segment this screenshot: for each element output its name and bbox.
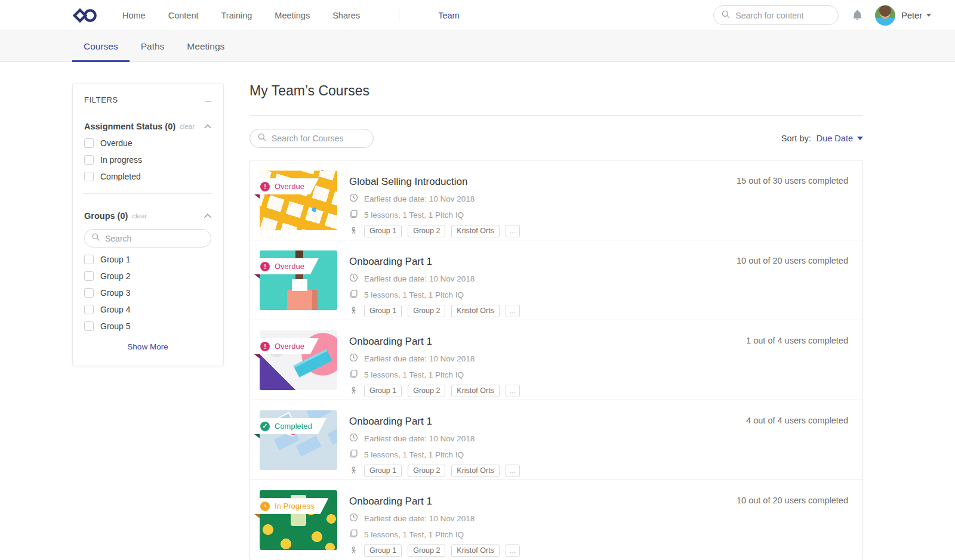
group-tag[interactable]: Group 1 <box>364 305 402 317</box>
nav-item-home[interactable]: Home <box>122 11 146 20</box>
course-title[interactable]: Onboarding Part 1 <box>349 336 520 348</box>
course-row[interactable]: ✓ Completed Onboarding Part 1 Earliest d… <box>250 400 862 480</box>
page-body: FILTERS – Assignment Status (0) clear Ov… <box>0 62 955 560</box>
assignee-tag[interactable]: Kristof Orts <box>451 385 500 397</box>
lessons-summary: 5 lessons, 1 Test, 1 Pitch IQ <box>364 530 464 539</box>
status-badge: ! Overdue <box>254 178 319 194</box>
group-tag[interactable]: Group 1 <box>364 225 402 237</box>
checkbox-group-3[interactable] <box>84 288 94 298</box>
course-thumbnail[interactable]: In Progress <box>260 490 337 550</box>
filter-option-in-progress[interactable]: In progress <box>84 155 211 165</box>
user-menu[interactable]: Peter <box>901 11 931 20</box>
more-tags[interactable]: ... <box>506 385 520 397</box>
checkbox-group-5[interactable] <box>84 321 94 331</box>
more-tags[interactable]: ... <box>506 465 520 477</box>
tab-paths[interactable]: Paths <box>130 31 176 61</box>
main-content: My Team’s Courses Sort by: Due Date <box>249 83 863 560</box>
course-row[interactable]: In Progress Onboarding Part 1 Earliest d… <box>250 480 862 560</box>
badge-fold <box>254 434 260 438</box>
badge-fold <box>254 514 260 518</box>
checkbox-group-2[interactable] <box>84 271 94 281</box>
groups-section: Groups (0) clear Group 1 Group 2 <box>84 211 211 351</box>
course-row[interactable]: ! Overdue Onboarding Part 1 Earliest due… <box>250 320 862 400</box>
brand-logo-icon[interactable] <box>72 7 97 24</box>
user-avatar[interactable] <box>875 5 895 26</box>
checkbox-overdue[interactable] <box>84 138 94 148</box>
filter-option-group-5[interactable]: Group 5 <box>84 321 211 331</box>
tab-courses[interactable]: Courses <box>72 31 130 61</box>
checkbox-label: Group 4 <box>100 305 131 314</box>
group-tag[interactable]: Group 1 <box>364 544 402 557</box>
completion-status: 4 out of 4 users completed <box>746 416 848 425</box>
checkbox-label: Group 2 <box>100 271 131 281</box>
more-tags[interactable]: ... <box>506 225 520 237</box>
more-tags[interactable]: ... <box>506 544 520 557</box>
tab-meetings[interactable]: Meetings <box>175 31 236 61</box>
assignees-icon <box>349 466 358 477</box>
chevron-up-icon[interactable] <box>204 124 211 129</box>
chevron-up-icon[interactable] <box>204 214 211 218</box>
more-tags[interactable]: ... <box>506 305 520 317</box>
sort-by-label: Sort by: <box>781 134 811 143</box>
nav-item-training[interactable]: Training <box>221 11 252 20</box>
checkbox-in-progress[interactable] <box>84 155 94 165</box>
filter-option-group-4[interactable]: Group 4 <box>84 305 211 314</box>
show-more-link[interactable]: Show More <box>84 342 211 351</box>
course-thumbnail[interactable]: ! Overdue <box>260 330 337 390</box>
course-thumbnail[interactable]: ✓ Completed <box>260 410 337 470</box>
top-nav: Home Content Training Meetings Shares Te… <box>0 0 955 31</box>
group-tag[interactable]: Group 1 <box>364 465 402 477</box>
filter-option-group-3[interactable]: Group 3 <box>84 288 211 298</box>
nav-item-content[interactable]: Content <box>168 11 199 20</box>
lessons-icon <box>349 529 358 540</box>
lessons-icon <box>349 209 358 220</box>
filter-option-completed[interactable]: Completed <box>84 172 211 181</box>
group-tag[interactable]: Group 2 <box>408 385 445 397</box>
badge-fold <box>254 354 260 358</box>
in-progress-clock-icon <box>260 502 270 511</box>
assignee-tag[interactable]: Kristof Orts <box>451 225 500 237</box>
status-badge-label: In Progress <box>275 502 314 511</box>
collapse-filters-icon[interactable]: – <box>205 97 211 103</box>
nav-item-shares[interactable]: Shares <box>332 11 360 20</box>
chevron-down-icon <box>857 137 863 140</box>
course-row[interactable]: ! Overdue Global Selling Introduction Ea… <box>250 160 862 240</box>
sort-dropdown[interactable]: Due Date <box>817 134 863 143</box>
lessons-icon <box>349 449 358 460</box>
group-tag[interactable]: Group 2 <box>408 225 445 237</box>
group-tag[interactable]: Group 2 <box>408 465 445 477</box>
assignment-status-clear[interactable]: clear <box>180 123 195 130</box>
checkbox-group-4[interactable] <box>84 305 94 314</box>
checkbox-label: Group 1 <box>100 255 131 264</box>
group-tag[interactable]: Group 2 <box>408 544 445 557</box>
group-tag[interactable]: Group 1 <box>364 385 402 397</box>
filter-option-group-1[interactable]: Group 1 <box>84 255 211 264</box>
filter-option-group-2[interactable]: Group 2 <box>84 271 211 281</box>
checkbox-group-1[interactable] <box>84 255 94 264</box>
groups-search-input[interactable] <box>105 234 204 243</box>
global-search[interactable] <box>713 5 839 25</box>
status-badge-label: Overdue <box>275 182 304 191</box>
course-title[interactable]: Onboarding Part 1 <box>349 256 520 268</box>
assignee-tag[interactable]: Kristof Orts <box>451 465 500 477</box>
nav-item-meetings[interactable]: Meetings <box>275 11 310 20</box>
groups-clear[interactable]: clear <box>132 212 147 219</box>
course-row[interactable]: ! Overdue Onboarding Part 1 Earliest due… <box>250 240 862 320</box>
course-title[interactable]: Onboarding Part 1 <box>349 416 520 428</box>
groups-search[interactable] <box>84 229 211 247</box>
checkbox-completed[interactable] <box>84 172 94 181</box>
course-thumbnail[interactable]: ! Overdue <box>260 171 337 230</box>
filter-option-overdue[interactable]: Overdue <box>84 138 211 148</box>
course-search[interactable] <box>249 129 374 148</box>
nav-item-team[interactable]: Team <box>438 11 459 20</box>
global-search-input[interactable] <box>735 11 831 20</box>
assignee-tag[interactable]: Kristof Orts <box>451 544 500 557</box>
group-tag[interactable]: Group 2 <box>408 305 445 317</box>
search-icon <box>257 132 267 144</box>
course-title[interactable]: Onboarding Part 1 <box>349 496 520 508</box>
notification-bell-icon[interactable] <box>852 9 863 21</box>
assignee-tag[interactable]: Kristof Orts <box>451 305 500 317</box>
course-title[interactable]: Global Selling Introduction <box>349 176 520 188</box>
course-thumbnail[interactable]: ! Overdue <box>260 250 337 310</box>
course-search-input[interactable] <box>272 134 366 143</box>
